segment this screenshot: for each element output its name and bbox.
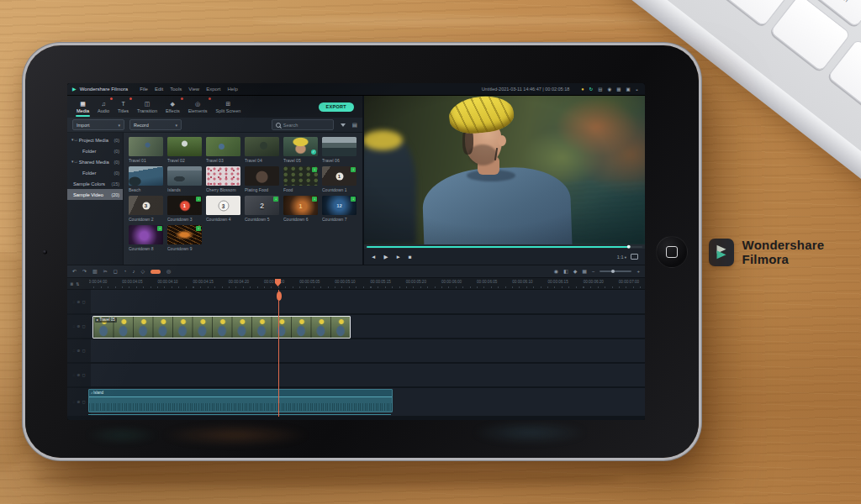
media-thumbnail <box>167 137 202 156</box>
zoom-in-icon[interactable]: + <box>637 269 640 275</box>
media-thumbnail: 12 <box>322 196 357 215</box>
tab-icon: ▦ <box>80 101 86 108</box>
media-thumbnail: 2 <box>245 196 279 215</box>
media-item[interactable]: Travel 01 <box>129 137 163 163</box>
titlebar-icon[interactable]: ▤ <box>598 87 602 92</box>
display-ratio-selector[interactable]: 1:1 <box>617 255 626 260</box>
timeline-tool-icon[interactable]: ◧ <box>563 269 568 275</box>
timeline-zoom-slider[interactable] <box>600 270 631 272</box>
sidebar-item-count: (20) <box>112 192 119 197</box>
sidebar-item[interactable]: Folder (0) <box>67 167 123 178</box>
sidebar-item[interactable]: ▾ □ Project Media (0) <box>67 134 123 145</box>
media-item-name: Travel 05 <box>283 158 318 163</box>
filter-icon[interactable] <box>341 123 346 127</box>
sidebar-item-label: Sample Video <box>73 192 103 197</box>
asset-tab[interactable]: ▦ Media <box>72 96 93 118</box>
media-item[interactable]: Travel 02 <box>167 137 202 163</box>
sidebar-item[interactable]: Folder (0) <box>67 145 123 156</box>
titlebar-icon[interactable]: ◒ <box>636 87 638 92</box>
media-item[interactable]: 1 Countdown 1 <box>322 166 357 192</box>
timeline-tool-icon[interactable]: ▥ <box>92 269 98 275</box>
menu-item[interactable]: Export <box>206 87 220 92</box>
media-item[interactable]: Cherry Blossom <box>206 166 240 192</box>
timeline-tool-icon[interactable]: ↶ <box>72 269 77 275</box>
export-button[interactable]: EXPORT <box>319 102 354 112</box>
playhead-grip[interactable] <box>277 291 282 301</box>
ruler-tick: 00:00:06:05 <box>477 278 512 289</box>
timeline-ruler[interactable]: ≣⇅ 00:00:04:0000:00:04:0500:00:04:1000:0… <box>67 278 645 290</box>
asset-tab[interactable]: ◎ Elements <box>184 96 212 118</box>
media-thumbnail: 3 <box>206 196 240 215</box>
media-item-name: Countdown 5 <box>245 217 279 222</box>
asset-tab[interactable]: ◆ Effects <box>161 96 184 118</box>
transport-button[interactable]: ▶ <box>383 254 388 260</box>
timeline-tool-icon[interactable]: ◻ <box>114 269 118 275</box>
titlebar-icon[interactable]: ▦ <box>616 87 621 92</box>
timeline-tool-icon[interactable]: ◔ <box>124 269 127 275</box>
media-item[interactable]: Travel 05 <box>283 137 318 163</box>
menu-item[interactable]: File <box>140 87 148 92</box>
timeline-tool-icon[interactable]: ▦ <box>582 269 587 275</box>
media-item[interactable]: Countdown 8 <box>129 225 163 251</box>
asset-tab[interactable]: ◫ Transition <box>133 96 161 118</box>
asset-tab[interactable]: ♫ Audio <box>93 96 114 118</box>
media-item[interactable]: 3 Countdown 2 <box>129 196 163 222</box>
timeline-tool-icon[interactable]: ↷ <box>82 269 87 275</box>
zoom-slider-knob[interactable] <box>611 270 615 273</box>
audio-clip[interactable]: Island <box>88 389 393 412</box>
track-manage-icon[interactable]: ≣ <box>70 281 73 286</box>
timeline-tool-icon[interactable] <box>151 270 161 274</box>
titlebar-icon[interactable]: ◉ <box>607 87 611 92</box>
media-item[interactable]: Travel 04 <box>245 137 279 163</box>
titlebar-icon[interactable]: ▣ <box>626 87 630 92</box>
media-item[interactable]: Islands <box>167 166 202 192</box>
transport-button[interactable]: ■ <box>409 254 412 260</box>
asset-tab[interactable]: ⊞ Split Screen <box>212 96 246 118</box>
zoom-out-icon[interactable]: − <box>592 269 595 275</box>
audio-clip-tail[interactable] <box>88 414 391 416</box>
transport-button[interactable]: ► <box>395 254 400 260</box>
timeline-tool-icon[interactable]: ◎ <box>166 269 171 275</box>
media-item[interactable]: 3 Countdown 4 <box>206 196 240 222</box>
record-dropdown[interactable]: Record <box>129 119 182 130</box>
menu-item[interactable]: Help <box>227 87 237 92</box>
media-item[interactable]: 1 Countdown 6 <box>283 196 318 222</box>
asset-tab[interactable]: T Titles <box>114 96 133 118</box>
search-input[interactable]: Search <box>272 119 334 130</box>
track-manage-icon[interactable]: ⇅ <box>76 281 79 286</box>
fullscreen-icon[interactable] <box>631 254 638 260</box>
timeline-tool-icon[interactable]: ✂ <box>103 269 108 275</box>
import-dropdown[interactable]: Import <box>72 119 124 130</box>
sidebar-item-label: Sample Colors <box>73 181 105 186</box>
sidebar-item[interactable]: ▾ □ Shared Media (0) <box>67 156 123 167</box>
media-item[interactable]: Travel 06 <box>322 137 357 163</box>
media-item[interactable]: Beach <box>129 166 163 192</box>
media-item[interactable]: Travel 03 <box>206 137 240 163</box>
tab-label: Split Screen <box>216 108 241 113</box>
timeline-tool-icon[interactable]: ♪ <box>132 269 135 275</box>
media-item[interactable]: Food <box>283 166 318 192</box>
playhead-line[interactable] <box>278 290 279 417</box>
media-item[interactable]: 2 Countdown 5 <box>245 196 279 222</box>
sidebar-item[interactable]: Sample Video (20) <box>67 189 123 200</box>
tab-icon: ◆ <box>171 101 175 108</box>
view-toggle-icon[interactable]: ▤ <box>352 122 357 128</box>
menu-item[interactable]: View <box>188 87 199 92</box>
media-item[interactable]: Plating Food <box>245 166 279 192</box>
transport-button[interactable]: ◄ <box>371 254 376 260</box>
titlebar-icons: ●↻▤◉▦▣◒ <box>581 87 638 92</box>
sidebar-item[interactable]: Sample Colors (15) <box>67 178 123 189</box>
menu-item[interactable]: Edit <box>155 87 163 92</box>
media-item[interactable]: Countdown 9 <box>167 225 202 251</box>
playback-progress[interactable] <box>364 244 645 249</box>
media-item[interactable]: 12 Countdown 7 <box>322 196 357 222</box>
media-item[interactable]: 1 Countdown 3 <box>167 196 202 222</box>
timeline-tool-icon[interactable]: ◉ <box>554 269 558 275</box>
timeline-tool-icon[interactable]: ◇ <box>140 269 145 275</box>
titlebar-icon[interactable]: ● <box>581 87 584 92</box>
menu-item[interactable]: Tools <box>170 87 182 92</box>
timeline-tool-icon[interactable]: ◆ <box>573 269 578 275</box>
titlebar-icon[interactable]: ↻ <box>589 87 594 92</box>
progress-knob[interactable] <box>626 244 631 249</box>
video-clip[interactable]: Travel 05 <box>92 316 351 339</box>
